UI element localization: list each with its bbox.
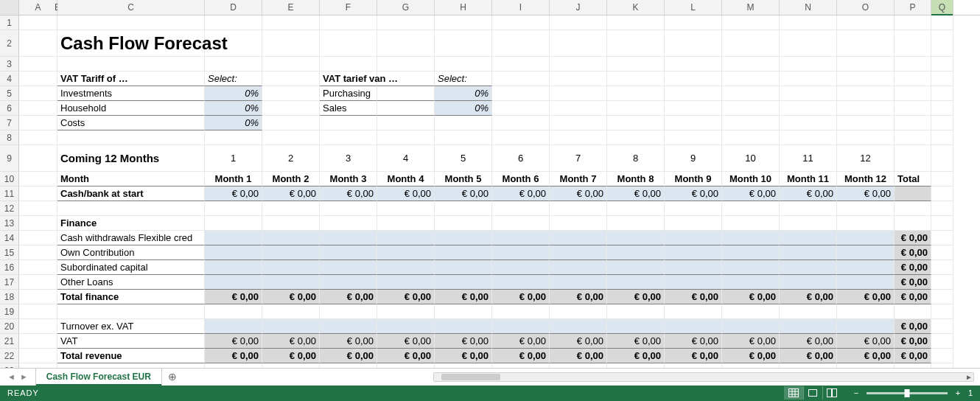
- cell[interactable]: [665, 30, 722, 57]
- col-header[interactable]: A: [19, 0, 57, 15]
- cell[interactable]: € 0,00: [895, 319, 931, 334]
- cell[interactable]: [19, 334, 57, 349]
- cell[interactable]: [931, 201, 953, 216]
- cell[interactable]: [722, 57, 780, 72]
- cell[interactable]: [780, 30, 837, 57]
- row-header[interactable]: 11: [0, 186, 19, 201]
- month-label[interactable]: Month 12: [837, 172, 895, 186]
- cell[interactable]: [607, 304, 665, 319]
- vat-month-value[interactable]: € 0,00: [205, 334, 262, 349]
- view-page-layout-button[interactable]: [803, 386, 822, 400]
- cell[interactable]: [550, 101, 607, 116]
- finance-header[interactable]: Finance: [57, 216, 205, 231]
- month-number[interactable]: 1: [205, 145, 262, 172]
- cell[interactable]: [262, 57, 320, 72]
- cell[interactable]: [57, 57, 205, 72]
- cell[interactable]: [931, 245, 953, 260]
- cell[interactable]: [722, 216, 780, 231]
- cell[interactable]: [377, 116, 435, 130]
- cell[interactable]: [492, 245, 550, 260]
- vat-month-value[interactable]: € 0,00: [780, 334, 837, 349]
- col-header[interactable]: K: [607, 0, 665, 15]
- cell[interactable]: [320, 275, 377, 290]
- total-finance-value[interactable]: € 0,00: [607, 290, 665, 304]
- vat-left-row-label[interactable]: Investments: [57, 86, 205, 101]
- total-revenue-value[interactable]: € 0,00: [377, 349, 435, 363]
- cell[interactable]: [607, 30, 665, 57]
- hscroll-thumb[interactable]: [441, 374, 500, 380]
- cash-start-value[interactable]: € 0,00: [205, 186, 262, 201]
- cell[interactable]: [722, 304, 780, 319]
- col-header-selected[interactable]: Q: [931, 0, 953, 15]
- total-finance-value[interactable]: € 0,00: [377, 290, 435, 304]
- month-number[interactable]: 11: [780, 145, 837, 172]
- vat-left-row-value[interactable]: 0%: [205, 101, 262, 116]
- month-number[interactable]: 9: [665, 145, 722, 172]
- col-header[interactable]: J: [550, 0, 607, 15]
- cell[interactable]: [19, 186, 57, 201]
- cash-start-value[interactable]: € 0,00: [492, 186, 550, 201]
- row-header[interactable]: 13: [0, 216, 19, 231]
- month-label[interactable]: Month 10: [722, 172, 780, 186]
- cell[interactable]: [665, 116, 722, 130]
- horizontal-scrollbar[interactable]: ◄ ►: [183, 369, 980, 385]
- cell[interactable]: [205, 130, 262, 145]
- cell[interactable]: [262, 130, 320, 145]
- cell[interactable]: [931, 349, 953, 363]
- cell[interactable]: [205, 304, 262, 319]
- cell[interactable]: [377, 231, 435, 245]
- col-header[interactable]: L: [665, 0, 722, 15]
- cell[interactable]: [377, 101, 435, 116]
- total-finance-value[interactable]: € 0,00: [665, 290, 722, 304]
- row-header[interactable]: 19: [0, 304, 19, 319]
- cell[interactable]: [550, 275, 607, 290]
- vat-month-value[interactable]: € 0,00: [607, 334, 665, 349]
- cash-start-value[interactable]: € 0,00: [262, 186, 320, 201]
- cell[interactable]: [722, 72, 780, 86]
- col-header[interactable]: E: [262, 0, 320, 15]
- cell[interactable]: [607, 116, 665, 130]
- cell[interactable]: [320, 116, 377, 130]
- row-header[interactable]: 14: [0, 231, 19, 245]
- cell[interactable]: [607, 101, 665, 116]
- cell[interactable]: [19, 290, 57, 304]
- cell[interactable]: [607, 86, 665, 101]
- cell[interactable]: [780, 275, 837, 290]
- cell[interactable]: [780, 57, 837, 72]
- month-number[interactable]: 3: [320, 145, 377, 172]
- cell[interactable]: [19, 57, 57, 72]
- cell[interactable]: [837, 245, 895, 260]
- cell[interactable]: [665, 57, 722, 72]
- cell[interactable]: [262, 101, 320, 116]
- cell[interactable]: [550, 116, 607, 130]
- cell[interactable]: [780, 130, 837, 145]
- row-header[interactable]: 3: [0, 57, 19, 72]
- cell[interactable]: [837, 86, 895, 101]
- finance-row-label[interactable]: Own Contribution: [57, 245, 205, 260]
- row-header[interactable]: 6: [0, 101, 19, 116]
- cell[interactable]: [320, 201, 377, 216]
- cell[interactable]: [205, 231, 262, 245]
- row-header[interactable]: 7: [0, 116, 19, 130]
- cell[interactable]: [722, 201, 780, 216]
- month-number[interactable]: 6: [492, 145, 550, 172]
- cell[interactable]: [320, 216, 377, 231]
- month-number[interactable]: 5: [435, 145, 492, 172]
- cell[interactable]: [435, 130, 492, 145]
- row-header[interactable]: 15: [0, 245, 19, 260]
- cell[interactable]: [377, 201, 435, 216]
- finance-row-label[interactable]: Cash withdrawals Flexible cred: [57, 231, 205, 245]
- cell[interactable]: [895, 30, 931, 57]
- cell[interactable]: [722, 86, 780, 101]
- cell[interactable]: [550, 57, 607, 72]
- cell[interactable]: [492, 101, 550, 116]
- cell[interactable]: [205, 30, 262, 57]
- cell[interactable]: [931, 216, 953, 231]
- cell[interactable]: [665, 319, 722, 334]
- cell[interactable]: [607, 245, 665, 260]
- cell[interactable]: [435, 245, 492, 260]
- total-revenue-value[interactable]: € 0,00: [435, 349, 492, 363]
- cell[interactable]: [722, 319, 780, 334]
- month-label[interactable]: Month 3: [320, 172, 377, 186]
- cell[interactable]: [550, 245, 607, 260]
